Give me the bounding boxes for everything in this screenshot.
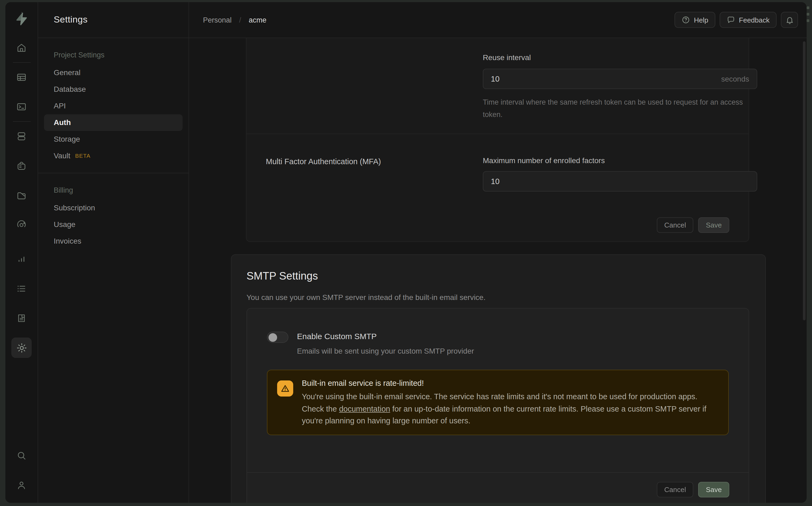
frame-decoration-dots [807,6,811,22]
icon-rail [5,2,38,503]
smtp-card: Enable Custom SMTP Emails will be sent u… [246,308,749,503]
nav-edge-functions-icon[interactable] [11,215,32,235]
section-label-project-settings: Project Settings [38,51,189,59]
toggle-knob [269,333,277,342]
feedback-icon [727,15,735,24]
smtp-subtitle: You can use your own SMTP server instead… [246,293,486,302]
sidebar-item-subscription[interactable]: Subscription [44,199,182,216]
sidebar-header: Settings [38,2,189,38]
screen: Settings Project Settings General Databa… [0,0,812,506]
rail-divider [13,121,30,122]
nav-reports-icon[interactable] [11,249,32,269]
sidebar-item-storage[interactable]: Storage [44,131,182,148]
smtp-save-button[interactable]: Save [698,482,729,497]
help-icon [681,15,690,24]
sidebar-item-usage[interactable]: Usage [44,216,182,233]
alert-body: You're using the built-in email service.… [302,391,719,427]
documentation-link[interactable]: documentation [339,404,390,413]
sidebar-item-vault[interactable]: Vault BETA [44,148,182,164]
main-area: Personal / acme Help Feedback [189,2,807,503]
sidebar-item-invoices[interactable]: Invoices [44,233,182,250]
nav-storage-icon[interactable] [11,185,32,205]
nav-database-icon[interactable] [11,126,32,147]
breadcrumb-project[interactable]: acme [249,16,267,24]
scrollbar-thumb[interactable] [803,41,806,320]
nav-settings-icon[interactable] [11,338,32,358]
warning-icon [277,381,293,397]
reuse-interval-input-wrap: seconds [483,69,757,89]
auth-cancel-button[interactable]: Cancel [657,217,693,233]
enable-custom-smtp-toggle[interactable] [267,332,288,343]
mfa-max-factors-label: Maximum number of enrolled factors [483,156,605,165]
mfa-max-factors-input[interactable] [483,177,757,186]
beta-badge: BETA [75,151,90,161]
nav-home-icon[interactable] [11,37,32,58]
rate-limit-warning-alert: Built-in email service is rate-limited! … [267,370,729,435]
sidebar-divider [38,173,189,173]
account-icon[interactable] [11,475,32,495]
content-scroll-area: Reuse interval seconds Time interval whe… [189,38,807,503]
auth-save-button[interactable]: Save [698,217,729,233]
rail-divider [13,62,30,63]
nav-logs-icon[interactable] [11,278,32,299]
reuse-interval-input[interactable] [483,75,757,83]
nav-api-docs-icon[interactable] [11,308,32,328]
auth-settings-card: Reuse interval seconds Time interval whe… [246,38,749,242]
card-divider [246,134,749,134]
sidebar-item-general[interactable]: General [44,64,182,81]
sidebar-title: Settings [54,14,87,25]
app-window: Settings Project Settings General Databa… [5,2,807,503]
smtp-title: SMTP Settings [246,270,318,282]
settings-sidebar: Settings Project Settings General Databa… [38,2,189,503]
section-label-billing: Billing [38,186,189,194]
enable-custom-smtp-label: Enable Custom SMTP [297,332,474,341]
nav-sql-editor-icon[interactable] [11,97,32,117]
enable-custom-smtp-description: Emails will be sent using your custom SM… [297,347,474,355]
breadcrumb-org[interactable]: Personal [203,16,232,24]
smtp-settings-panel: SMTP Settings You can use your own SMTP … [231,254,766,503]
reuse-interval-description: Time interval where the same refresh tok… [483,96,757,121]
sidebar-item-database[interactable]: Database [44,81,182,98]
breadcrumb-separator: / [239,16,241,24]
mfa-max-factors-input-wrap [483,171,757,191]
sidebar-item-api[interactable]: API [44,98,182,114]
alert-title: Built-in email service is rate-limited! [302,379,719,388]
reuse-interval-label: Reuse interval [483,53,531,62]
notifications-button[interactable] [781,12,798,28]
nav-auth-icon[interactable] [11,156,32,176]
top-bar: Personal / acme Help Feedback [189,2,807,38]
mfa-section-label: Multi Factor Authentication (MFA) [266,157,381,166]
nav-table-editor-icon[interactable] [11,67,32,87]
help-button[interactable]: Help [674,12,715,28]
feedback-button[interactable]: Feedback [720,12,777,28]
smtp-card-footer: Cancel Save [247,472,749,503]
supabase-logo-icon[interactable] [11,9,32,29]
bell-icon [785,15,794,24]
search-icon[interactable] [11,445,32,466]
smtp-cancel-button[interactable]: Cancel [657,482,693,497]
sidebar-item-auth[interactable]: Auth [44,114,182,131]
